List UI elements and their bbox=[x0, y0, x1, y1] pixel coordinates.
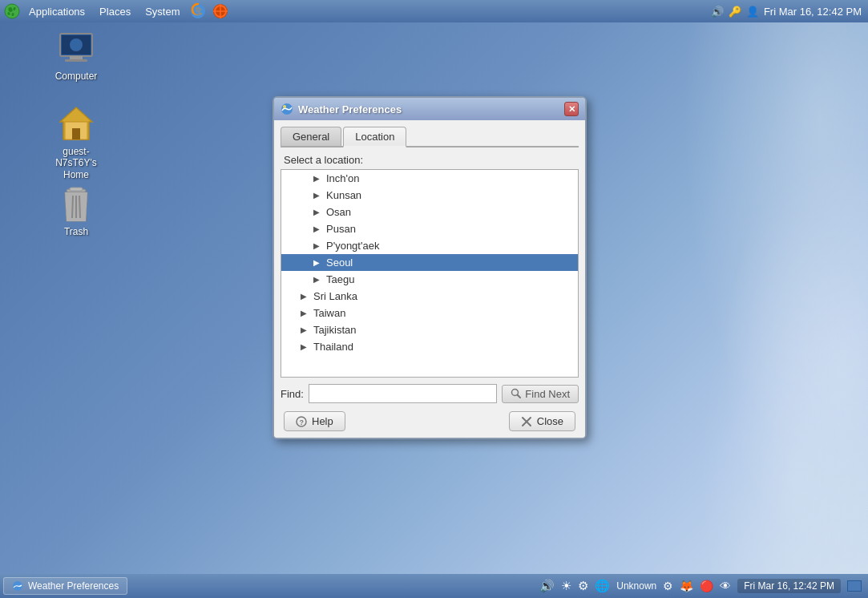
location-list[interactable]: ▶ Inch'on ▶ Kunsan ▶ Osan ▶ Pusan ▶ P' bbox=[281, 169, 579, 378]
svg-line-23 bbox=[79, 196, 80, 218]
bottom-panel: Weather Preferences 🔊 ☀ ⚙ 🌐 Unknown ⚙ 🦊 … bbox=[0, 574, 868, 598]
tab-bar: General Location bbox=[281, 127, 579, 147]
weather-preferences-dialog: Weather Preferences ✕ General Location S… bbox=[273, 96, 587, 439]
computer-label: Computer bbox=[55, 71, 98, 82]
list-item[interactable]: ▶ Kunsan bbox=[281, 187, 578, 204]
epiphany-icon[interactable] bbox=[210, 1, 231, 22]
svg-text:?: ? bbox=[300, 418, 305, 426]
expand-arrow-icon: ▶ bbox=[313, 258, 323, 268]
trash-icon-img bbox=[57, 184, 95, 223]
expand-arrow-icon: ▶ bbox=[301, 292, 310, 301]
gnome-foot-icon bbox=[3, 2, 21, 20]
svg-line-21 bbox=[72, 196, 73, 218]
select-location-label: Select a location: bbox=[281, 154, 579, 166]
expand-arrow-icon: ▶ bbox=[313, 241, 323, 251]
close-icon bbox=[521, 416, 532, 427]
top-panel: Applications Places System bbox=[0, 0, 868, 22]
svg-point-25 bbox=[283, 105, 286, 108]
list-item-selected[interactable]: ▶ Seoul bbox=[281, 254, 578, 271]
expand-arrow-icon: ▶ bbox=[313, 224, 323, 234]
places-menu[interactable]: Places bbox=[93, 4, 137, 19]
taskbar-settings-icon[interactable]: ⚙ bbox=[663, 580, 673, 592]
svg-point-15 bbox=[70, 38, 83, 51]
taskbar-app-label: Weather Preferences bbox=[28, 580, 119, 592]
computer-icon[interactable]: Computer bbox=[44, 29, 108, 82]
trash-label: Trash bbox=[64, 226, 88, 237]
list-item[interactable]: ▶ Taiwan bbox=[281, 305, 578, 321]
applications-menu[interactable]: Applications bbox=[22, 4, 91, 19]
firefox-icon[interactable] bbox=[188, 1, 208, 22]
find-input[interactable] bbox=[309, 384, 497, 403]
list-item[interactable]: ▶ Taegu bbox=[281, 271, 578, 288]
svg-rect-18 bbox=[72, 128, 80, 139]
dialog-close-button[interactable]: ✕ bbox=[564, 102, 579, 116]
home-folder-icon[interactable]: guest-N7sT6Y's Home bbox=[44, 104, 108, 180]
dialog-titlebar: Weather Preferences ✕ bbox=[274, 98, 585, 120]
volume-icon[interactable]: 🔊 bbox=[711, 6, 724, 18]
top-panel-right: 🔊 🔑 👤 Fri Mar 16, 12:42 PM bbox=[711, 6, 868, 18]
trash-icon[interactable]: Trash bbox=[44, 184, 108, 237]
taskbar-status-label: Unknown bbox=[616, 580, 656, 592]
dialog-title-icon bbox=[281, 103, 293, 115]
list-item[interactable]: ▶ P'yongt'aek bbox=[281, 237, 578, 254]
find-label: Find: bbox=[281, 388, 304, 400]
taskbar-right: 🔊 ☀ ⚙ 🌐 Unknown ⚙ 🦊 🔴 👁 Fri Mar 16, 12:4… bbox=[539, 579, 865, 593]
datetime-display[interactable]: Fri Mar 16, 12:42 PM bbox=[764, 6, 862, 18]
system-menu[interactable]: System bbox=[139, 4, 186, 19]
home-label: guest-N7sT6Y's Home bbox=[44, 146, 108, 180]
taskbar-weather-icon: ⚙ bbox=[578, 579, 588, 593]
expand-arrow-icon: ▶ bbox=[313, 191, 323, 200]
list-item[interactable]: ▶ Tajikistan bbox=[281, 321, 578, 338]
taskbar-weather-preferences[interactable]: Weather Preferences bbox=[3, 577, 127, 595]
list-item[interactable]: ▶ Sri Lanka bbox=[281, 288, 578, 305]
svg-rect-20 bbox=[70, 188, 83, 191]
desktop: Applications Places System bbox=[0, 0, 868, 598]
expand-arrow-icon: ▶ bbox=[301, 342, 310, 352]
svg-rect-14 bbox=[65, 59, 87, 62]
list-item[interactable]: ▶ Pusan bbox=[281, 220, 578, 237]
dialog-buttons: ? Help Close bbox=[281, 411, 579, 431]
taskbar-firefox-icon[interactable]: 🦊 bbox=[680, 580, 693, 592]
expand-arrow-icon: ▶ bbox=[313, 174, 323, 184]
home-icon-img bbox=[57, 104, 95, 143]
taskbar-volume-icon[interactable]: 🔊 bbox=[539, 579, 555, 593]
taskbar-time: Fri Mar 16, 12:42 PM bbox=[737, 579, 841, 593]
search-icon bbox=[511, 388, 522, 399]
taskbar-sun-icon: ☀ bbox=[561, 579, 571, 593]
find-bar: Find: Find Next bbox=[281, 384, 579, 403]
screen-button[interactable] bbox=[847, 580, 862, 592]
list-item[interactable]: ▶ Inch'on bbox=[281, 170, 578, 187]
svg-point-6 bbox=[194, 7, 202, 15]
computer-icon-img bbox=[57, 29, 95, 67]
svg-line-27 bbox=[518, 395, 521, 398]
close-button[interactable]: Close bbox=[509, 411, 575, 431]
weather-taskbar-icon bbox=[12, 580, 23, 592]
tab-location[interactable]: Location bbox=[343, 127, 406, 147]
find-next-button[interactable]: Find Next bbox=[502, 385, 579, 403]
user-icon[interactable]: 👤 bbox=[746, 6, 759, 18]
expand-arrow-icon: ▶ bbox=[313, 208, 323, 217]
help-button[interactable]: ? Help bbox=[284, 411, 345, 431]
expand-arrow-icon: ▶ bbox=[301, 325, 310, 335]
help-icon: ? bbox=[296, 416, 307, 427]
taskbar-network-icon: 🌐 bbox=[595, 579, 610, 593]
expand-arrow-icon: ▶ bbox=[301, 309, 310, 318]
dialog-content: General Location Select a location: ▶ In… bbox=[274, 120, 585, 438]
list-item[interactable]: ▶ Osan bbox=[281, 204, 578, 220]
dialog-title: Weather Preferences bbox=[298, 103, 559, 115]
taskbar-epiphany-icon[interactable]: 🔴 bbox=[700, 580, 713, 592]
expand-arrow-icon: ▶ bbox=[313, 275, 323, 285]
taskbar-eyes-icon: 👁 bbox=[720, 580, 731, 592]
svg-rect-13 bbox=[70, 56, 83, 59]
keyring-icon[interactable]: 🔑 bbox=[729, 6, 741, 18]
tab-general[interactable]: General bbox=[281, 127, 341, 146]
list-item[interactable]: ▶ Thailand bbox=[281, 338, 578, 355]
